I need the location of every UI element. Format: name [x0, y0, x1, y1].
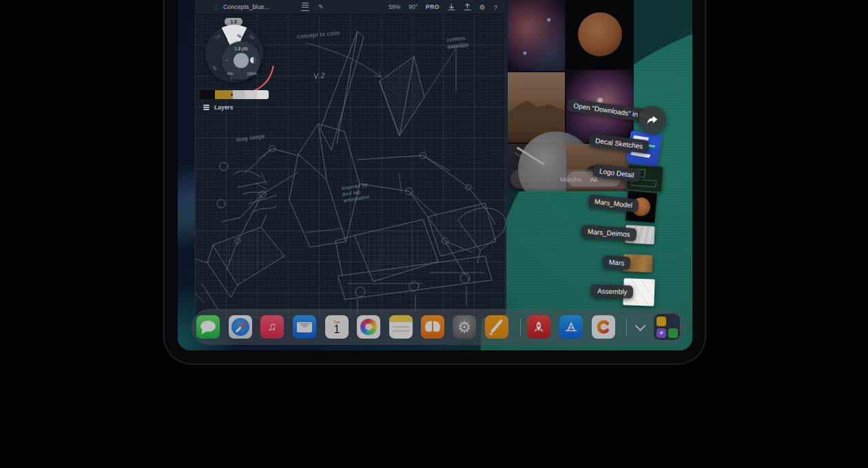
drag-item-assembly[interactable]: Assembly — [591, 284, 634, 299]
opacity-contrast-icon — [250, 57, 256, 63]
concepts-c-icon — [595, 319, 612, 335]
gallery-grid-icon[interactable] — [204, 4, 210, 10]
export-share-icon[interactable] — [464, 3, 471, 11]
wallpaper-light-streak — [178, 155, 197, 258]
pen-mode-icon[interactable]: ✎ — [318, 3, 324, 10]
drawing-canvas[interactable]: concept to color V.2 comms satellite lon… — [195, 14, 506, 318]
mail-app-icon[interactable] — [293, 315, 316, 339]
pro-badge[interactable]: PRO — [426, 3, 440, 10]
rocket-app-icon[interactable] — [527, 315, 550, 339]
dock-divider-2 — [626, 318, 627, 336]
photo-mars-globe[interactable] — [566, 0, 634, 69]
toolbar-divider — [216, 3, 216, 10]
swatch-selection-dot — [231, 94, 233, 96]
swatch-gray-2[interactable] — [245, 90, 256, 99]
calendar-day: 1 — [334, 324, 340, 334]
books-app-icon[interactable] — [421, 315, 444, 339]
messages-app-icon[interactable] — [196, 315, 220, 339]
tool-wheel-center[interactable]: 1.6 pts ~ 0% 100% — [222, 41, 260, 80]
photos-app-icon[interactable] — [357, 315, 380, 339]
grid-settings-icon[interactable] — [285, 3, 291, 10]
wheel-center-knob[interactable] — [234, 53, 249, 68]
layers-icon — [203, 105, 209, 110]
concepts-toolbar: Concepts_blue... ✎ 59% 90° PRO ⚙ ? — [195, 0, 506, 14]
canvas-note-version: V.2 — [313, 71, 325, 81]
settings-gear-icon[interactable]: ⚙ — [479, 3, 486, 11]
canvas-rotation[interactable]: 90° — [409, 3, 417, 10]
dock: ♫ Tue 1 ⚙ — [192, 309, 686, 345]
pencil-tool-icon[interactable]: ✎ — [236, 32, 242, 40]
layer-list-icon[interactable] — [301, 3, 309, 11]
opacity-min-label: 0% — [227, 72, 233, 76]
opacity-max-label: 100% — [247, 72, 257, 76]
photos-app-window: Months All — [508, 0, 634, 191]
drag-item-mars[interactable]: Mars — [602, 255, 630, 270]
app-library-mini-yellow — [657, 317, 666, 326]
app-library-mini-purple: ★ — [657, 328, 666, 338]
stroke-size-readout: 1.6 pts — [222, 46, 260, 51]
drag-share-arrow-button[interactable] — [639, 106, 666, 134]
swatch-gray-3[interactable] — [257, 90, 269, 99]
app-store-a-icon — [564, 319, 579, 334]
swatch-black[interactable] — [200, 90, 215, 99]
music-app-icon[interactable]: ♫ — [260, 315, 284, 339]
concepts-app-icon[interactable] — [592, 315, 615, 339]
app-library-mini-green — [668, 328, 678, 338]
dock-divider — [520, 318, 521, 336]
smoothing-icon: ~ — [225, 57, 229, 63]
ipad-screen: concept to color V.2 comms satellite lon… — [178, 0, 692, 350]
notes-app-icon[interactable] — [389, 315, 413, 339]
chevron-down-icon[interactable] — [636, 321, 645, 330]
app-store-icon[interactable] — [559, 315, 583, 339]
tool-wheel[interactable]: 1.6 ✎ 7.3 3.5 Ab 6.8 14.5 1.6 pts ~ — [198, 18, 270, 89]
settings-app-icon[interactable]: ⚙ — [453, 315, 476, 339]
zoom-level[interactable]: 59% — [389, 3, 400, 10]
rocket-icon — [532, 320, 546, 334]
document-title[interactable]: Concepts_blue... — [223, 3, 269, 10]
color-swatch-strip[interactable] — [200, 90, 269, 99]
swatch-gray-1[interactable] — [233, 90, 245, 99]
layers-control[interactable]: Layers — [203, 104, 233, 111]
app-library-icon[interactable]: ★ — [654, 314, 680, 340]
safari-app-icon[interactable] — [229, 315, 252, 339]
app-library-mini-navy — [668, 317, 678, 326]
help-button[interactable]: ? — [494, 3, 497, 11]
canvas-note-comms-satellite: comms satellite — [446, 34, 469, 51]
tool-wheel-ring[interactable]: ✎ 7.3 3.5 Ab 6.8 14.5 1.6 pts ~ 0% 100% — [205, 25, 263, 83]
sketch-pen-app-icon[interactable] — [485, 315, 508, 339]
photo-horsehead-nebula[interactable] — [508, 0, 565, 71]
calendar-app-icon[interactable]: Tue 1 — [325, 315, 349, 339]
forward-arrow-icon — [645, 113, 659, 127]
concepts-app-window: concept to color V.2 comms satellite lon… — [195, 0, 506, 318]
marketing-scene: concept to color V.2 comms satellite lon… — [0, 0, 868, 468]
import-icon[interactable] — [448, 3, 455, 11]
layers-label: Layers — [214, 104, 233, 111]
